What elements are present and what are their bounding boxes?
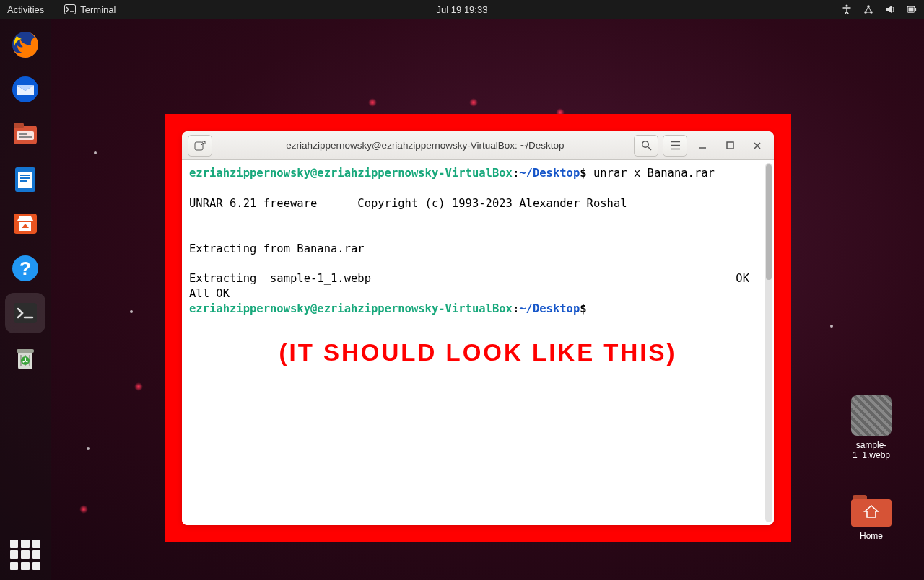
window-title: ezriahzippernowsky@ezriahzippernowsky-Vi…: [217, 140, 634, 151]
desktop-file-sample[interactable]: sample-1_1.webp: [839, 395, 904, 460]
dock-files[interactable]: [5, 114, 45, 154]
minimize-icon: [698, 141, 707, 150]
output-unrar-header: UNRAR 6.21 freeware Copyright (c) 1993-2…: [189, 196, 767, 211]
svg-rect-19: [20, 180, 27, 182]
svg-rect-18: [20, 177, 30, 179]
accessibility-icon: [842, 4, 852, 14]
system-status-area[interactable]: [842, 4, 917, 14]
desktop-folder-label: Home: [839, 531, 904, 541]
new-tab-icon: [194, 141, 206, 151]
search-button[interactable]: [634, 135, 658, 157]
dock-software[interactable]: [5, 203, 45, 244]
terminal-window: ezriahzippernowsky@ezriahzippernowsky-Vi…: [182, 131, 774, 525]
clock[interactable]: Jul 19 19:33: [437, 4, 488, 15]
svg-point-29: [642, 141, 648, 148]
annotation-frame: ezriahzippernowsky@ezriahzippernowsky-Vi…: [165, 114, 791, 542]
image-thumbnail-icon: [851, 395, 892, 436]
close-icon: [753, 141, 762, 150]
svg-point-1: [845, 5, 847, 7]
scrollbar-thumb[interactable]: [766, 164, 772, 280]
svg-rect-7: [909, 8, 914, 12]
svg-rect-28: [195, 142, 203, 150]
terminal-app-icon: [9, 297, 41, 329]
svg-rect-0: [65, 5, 76, 14]
dock-terminal[interactable]: [5, 293, 45, 333]
prompt-line-2: ezriahzippernowsky@ezriahzippernowsky-Vi…: [189, 302, 767, 317]
annotation-text: (IT SHOULD LOOK LIKE THIS): [279, 337, 677, 369]
terminal-icon: [64, 4, 76, 14]
prompt-line-1: ezriahzippernowsky@ezriahzippernowsky-Vi…: [189, 166, 767, 181]
volume-icon: [885, 4, 895, 14]
output-extracting-from: Extracting from Banana.rar: [189, 242, 767, 257]
folder-icon: [851, 492, 892, 527]
activities-button[interactable]: Activities: [7, 4, 44, 15]
dock-thunderbird[interactable]: [5, 69, 45, 110]
svg-rect-30: [727, 142, 733, 149]
output-extracting-file: Extracting sample-1_1.webp OK: [189, 271, 767, 286]
new-tab-button[interactable]: [188, 135, 212, 157]
svg-rect-6: [915, 8, 917, 11]
close-button[interactable]: [746, 137, 768, 154]
dock: ?: [0, 19, 51, 580]
svg-rect-26: [17, 349, 34, 353]
svg-rect-24: [14, 303, 37, 323]
desktop-file-label: sample-1_1.webp: [839, 440, 904, 460]
dock-writer[interactable]: [5, 159, 45, 199]
files-icon: [9, 118, 41, 150]
firefox-icon: [9, 29, 41, 61]
thunderbird-icon: [9, 74, 41, 105]
desktop-home-folder[interactable]: Home: [839, 492, 904, 541]
terminal-titlebar[interactable]: ezriahzippernowsky@ezriahzippernowsky-Vi…: [182, 131, 774, 160]
maximize-icon: [726, 141, 734, 149]
svg-rect-13: [19, 133, 27, 135]
maximize-button[interactable]: [719, 137, 741, 154]
dock-trash[interactable]: [5, 338, 45, 378]
dock-firefox[interactable]: [5, 25, 45, 65]
svg-rect-17: [20, 175, 30, 176]
svg-rect-12: [17, 131, 34, 140]
active-app-indicator[interactable]: Terminal: [64, 4, 116, 15]
search-icon: [641, 140, 652, 151]
minimize-button[interactable]: [692, 137, 713, 154]
hamburger-icon: [670, 141, 681, 150]
scrollbar[interactable]: [765, 163, 772, 522]
svg-rect-16: [18, 172, 32, 188]
svg-rect-11: [14, 123, 24, 128]
network-icon: [863, 4, 873, 14]
svg-rect-14: [19, 136, 32, 138]
trash-icon: [9, 342, 41, 374]
battery-icon: [907, 4, 917, 14]
menu-button[interactable]: [663, 135, 687, 157]
output-all-ok: All OK: [189, 286, 767, 302]
help-icon: ?: [9, 252, 41, 284]
dock-help[interactable]: ?: [5, 248, 45, 289]
svg-text:?: ?: [19, 258, 31, 279]
show-applications-button[interactable]: [10, 540, 40, 570]
active-app-name: Terminal: [80, 4, 116, 15]
ubuntu-software-icon: [9, 208, 41, 240]
top-bar: Activities Terminal Jul 19 19:33: [0, 0, 924, 19]
libreoffice-writer-icon: [9, 163, 41, 195]
terminal-body[interactable]: ezriahzippernowsky@ezriahzippernowsky-Vi…: [182, 160, 774, 525]
